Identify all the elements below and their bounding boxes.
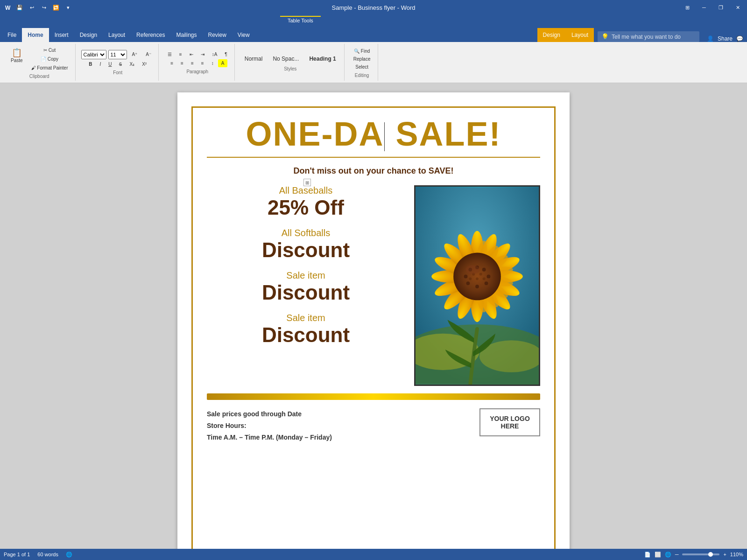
- tab-home[interactable]: Home: [22, 28, 49, 42]
- print-layout-icon[interactable]: ⬜: [655, 552, 661, 558]
- find-button[interactable]: 🔍 Find: [351, 47, 373, 55]
- minimize-button[interactable]: ─: [698, 2, 710, 13]
- tab-table-layout[interactable]: Layout: [566, 28, 594, 42]
- tab-layout[interactable]: Layout: [103, 28, 131, 42]
- tell-me-area[interactable]: 💡: [598, 31, 699, 42]
- no-spacing-style[interactable]: No Spac...: [268, 53, 303, 64]
- sale-item-3-label: Sale item: [207, 270, 405, 281]
- bold-button[interactable]: B: [85, 60, 95, 68]
- svg-point-39: [479, 273, 482, 275]
- customize-qat[interactable]: ▾: [63, 2, 74, 13]
- font-family-select[interactable]: Calibri: [81, 50, 106, 59]
- tab-design[interactable]: Design: [74, 28, 103, 42]
- indent-less-button[interactable]: ⇤: [186, 50, 197, 58]
- heading1-style[interactable]: Heading 1: [305, 53, 340, 64]
- repeat-button[interactable]: 🔁: [50, 2, 62, 13]
- footer-line1: Sale prices good through Date: [207, 408, 332, 420]
- table-move-handle[interactable]: ⊞: [303, 179, 311, 186]
- paste-button[interactable]: 📋 Paste: [7, 46, 26, 72]
- document-area: ⊞ ONE-DA SALE! Don't miss out on your ch…: [0, 83, 747, 549]
- shrink-font-button[interactable]: A⁻: [142, 50, 155, 58]
- redo-button[interactable]: ↪: [38, 2, 49, 13]
- ribbon-tabs: File Home Insert Design Layout Reference…: [0, 25, 747, 42]
- flyer-title[interactable]: ONE-DA SALE!: [207, 117, 540, 158]
- zoom-slider[interactable]: [682, 553, 719, 555]
- shading-button[interactable]: A: [218, 59, 228, 67]
- quick-access-toolbar: 💾 ↩ ↪ 🔁 ▾: [14, 2, 74, 13]
- tab-review[interactable]: Review: [202, 28, 232, 42]
- tell-me-input[interactable]: [612, 34, 696, 40]
- comments-icon[interactable]: 💬: [736, 35, 743, 42]
- maximize-button[interactable]: ❐: [715, 2, 726, 13]
- logo-box: YOUR LOGO HERE: [479, 408, 540, 436]
- svg-point-34: [487, 274, 491, 278]
- underline-button[interactable]: U: [105, 60, 115, 68]
- line-spacing-button[interactable]: ↕: [208, 59, 217, 67]
- indent-more-button[interactable]: ⇥: [197, 50, 208, 58]
- grow-font-button[interactable]: A⁺: [129, 50, 141, 58]
- sale-item-2-label: All Softballs: [207, 228, 405, 238]
- ribbon-content: 📋 Paste ✂ Cut 📄 Copy 🖌 Format Painter Cl…: [0, 42, 747, 83]
- footer-line3: Time A.M. – Time P.M. (Monday – Friday): [207, 432, 332, 443]
- justify-button[interactable]: ≡: [198, 59, 207, 67]
- language-icon: 🌐: [66, 552, 72, 558]
- title-bar-left: W 💾 ↩ ↪ 🔁 ▾: [4, 2, 74, 13]
- svg-point-41: [476, 277, 479, 280]
- zoom-level[interactable]: 110%: [730, 552, 743, 557]
- web-layout-icon[interactable]: 🌐: [665, 552, 671, 558]
- replace-button[interactable]: Replace: [350, 55, 374, 63]
- clipboard-group: 📋 Paste ✂ Cut 📄 Copy 🖌 Format Painter Cl…: [4, 44, 76, 81]
- subscript-button[interactable]: X₂: [126, 60, 138, 68]
- italic-button[interactable]: I: [96, 60, 104, 68]
- sort-button[interactable]: ↕A: [209, 50, 221, 58]
- select-button[interactable]: Select: [352, 63, 372, 71]
- superscript-button[interactable]: X²: [139, 60, 150, 68]
- editing-label: Editing: [355, 73, 369, 78]
- styles-group: Normal No Spac... Heading 1 Styles: [237, 44, 345, 81]
- word-icon: W: [4, 4, 11, 11]
- person-icon: 👤: [707, 35, 714, 42]
- svg-text:W: W: [5, 5, 11, 11]
- close-button[interactable]: ✕: [732, 2, 743, 13]
- zoom-thumb: [708, 552, 713, 557]
- title-bar: W 💾 ↩ ↪ 🔁 ▾ Sample - Business flyer - Wo…: [0, 0, 747, 15]
- format-painter-button[interactable]: 🖌 Format Painter: [28, 64, 71, 72]
- tab-view[interactable]: View: [232, 28, 255, 42]
- svg-point-42: [483, 277, 486, 280]
- undo-button[interactable]: ↩: [26, 2, 37, 13]
- page: ⊞ ONE-DA SALE! Don't miss out on your ch…: [177, 92, 570, 549]
- svg-point-35: [464, 274, 468, 278]
- cut-button[interactable]: ✂ Cut: [28, 46, 71, 54]
- footer-line2: Store Hours:: [207, 420, 332, 432]
- restore-window-button[interactable]: ⊞: [682, 2, 693, 13]
- align-left-button[interactable]: ≡: [167, 59, 176, 67]
- align-right-button[interactable]: ≡: [188, 59, 197, 67]
- tab-file[interactable]: File: [2, 28, 22, 42]
- align-center-button[interactable]: ≡: [177, 59, 187, 67]
- tab-table-design[interactable]: Design: [537, 28, 566, 42]
- read-mode-icon[interactable]: 📄: [644, 552, 651, 558]
- sale-item-4-value: Discount: [207, 323, 405, 347]
- strikethrough-button[interactable]: S̶: [116, 60, 125, 68]
- svg-point-38: [475, 285, 479, 288]
- lightbulb-icon: 💡: [601, 33, 609, 40]
- show-marks-button[interactable]: ¶: [221, 50, 230, 58]
- copy-button[interactable]: 📄 Copy: [28, 55, 71, 63]
- logo-line2: HERE: [490, 422, 530, 430]
- save-qat-button[interactable]: 💾: [14, 2, 25, 13]
- zoom-minus-button[interactable]: ─: [675, 552, 679, 557]
- numbering-button[interactable]: ≡: [176, 50, 185, 58]
- tab-mailings[interactable]: Mailings: [170, 28, 202, 42]
- share-button[interactable]: Share: [718, 35, 733, 42]
- flyer-divider: [207, 393, 540, 400]
- font-size-select[interactable]: 11: [108, 50, 127, 59]
- flyer: ONE-DA SALE! Don't miss out on your chan…: [191, 106, 556, 549]
- bullets-button[interactable]: ☰: [164, 50, 175, 58]
- normal-style[interactable]: Normal: [240, 53, 267, 64]
- tab-references[interactable]: References: [131, 28, 170, 42]
- zoom-plus-button[interactable]: +: [723, 552, 726, 557]
- tab-insert[interactable]: Insert: [49, 28, 74, 42]
- styles-label: Styles: [284, 66, 296, 71]
- svg-point-30: [453, 252, 501, 300]
- footer-text: Sale prices good through Date Store Hour…: [207, 408, 332, 444]
